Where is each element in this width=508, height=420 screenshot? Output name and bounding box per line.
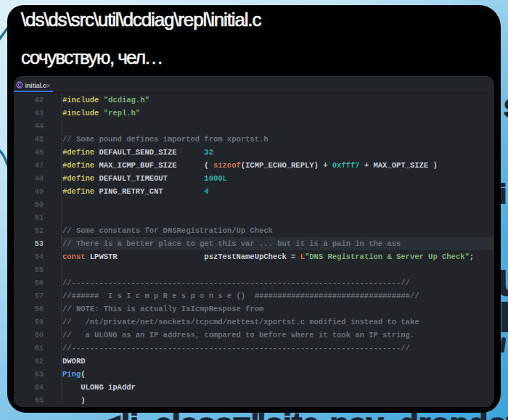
- svg-text:C: C: [17, 83, 21, 88]
